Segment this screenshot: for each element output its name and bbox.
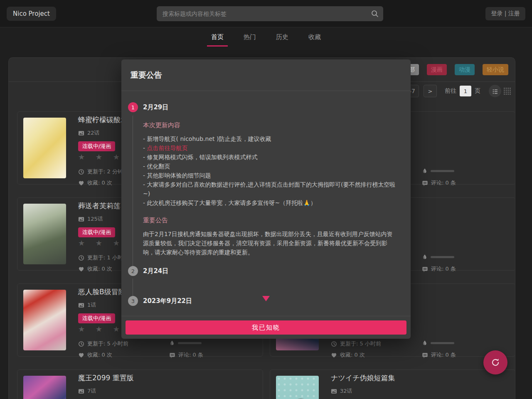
episode-count: 1话 <box>78 301 96 309</box>
popularity-meter <box>422 254 454 260</box>
manga-card[interactable]: ナツイチ伪娘短篇集 32话 <box>270 369 515 399</box>
updated-time: 更新于: 5 小时前 <box>78 340 128 347</box>
filter-manga[interactable]: 漫画 <box>427 64 447 75</box>
popularity-bar <box>431 342 454 344</box>
update-line: - 修复网格模式闪烁，错误加载列表模式样式 <box>143 153 398 162</box>
comments-count: 评论: 0 条 <box>422 265 456 273</box>
updated-time: 更新于: 2 分钟前 <box>78 168 128 175</box>
popularity-meter <box>422 340 454 346</box>
list-icon <box>492 88 498 94</box>
favorites-count: 收藏: 0 次 <box>331 351 365 359</box>
image-icon <box>78 216 84 222</box>
list-view-button[interactable] <box>489 85 501 97</box>
page-number-input[interactable] <box>460 86 471 96</box>
manga-title: ナツイチ伪娘短篇集 <box>331 373 395 383</box>
flame-icon <box>169 340 175 346</box>
episode-count: 32话 <box>331 387 352 395</box>
popularity-bar <box>431 256 454 258</box>
tab-history[interactable]: 历史 <box>272 27 293 47</box>
image-icon <box>78 302 84 308</box>
modal-header: 重要公告 <box>121 59 411 91</box>
manga-card[interactable]: 魔王2099 重置版 7话 <box>17 369 263 399</box>
scroll-down-indicator-icon <box>262 296 270 301</box>
popularity-bar <box>431 170 454 172</box>
favorites-count: 收藏: 0 次 <box>78 265 112 273</box>
next-page-button[interactable]: > <box>424 85 437 97</box>
page-unit-label: 页 <box>475 87 480 95</box>
timeline-number: 3 <box>128 296 138 306</box>
clock-icon <box>331 341 337 347</box>
update-line: - 大家请多多对自己喜欢的数据进行评价,进入详情页点击封面下的大拇指即可(要不然… <box>143 180 398 198</box>
comments-count: 评论: 0 条 <box>169 351 203 359</box>
heart-icon <box>78 352 84 358</box>
manga-cover[interactable] <box>23 376 66 399</box>
refresh-fab[interactable] <box>483 350 507 374</box>
status-badge: 连载中/漫画 <box>78 313 115 323</box>
filter-anime[interactable]: 动漫 <box>455 64 475 75</box>
goto-label: 前往 <box>445 87 456 95</box>
tab-favorites[interactable]: 收藏 <box>304 27 325 47</box>
image-icon <box>331 388 337 394</box>
image-icon <box>78 130 84 136</box>
timeline-date: 2月24日 <box>143 266 401 276</box>
episode-count: 22话 <box>78 129 100 137</box>
updated-time: 更新于: 5 小时前 <box>331 340 381 347</box>
update-line: - 新增导航页( nicohub.net )防止走丢，建议收藏 <box>143 134 398 143</box>
grid-view-button[interactable] <box>504 88 511 95</box>
main-nav-tabs: 首页 热门 历史 收藏 <box>0 27 532 47</box>
manga-cover[interactable] <box>23 290 66 350</box>
clock-icon <box>78 255 84 261</box>
notice-paragraph: 由于2月17日接机房通知服务器硬盘出现损坏，数据出现部分丢失，且最近有收到用户反… <box>143 229 398 257</box>
manga-cover[interactable] <box>23 118 66 178</box>
clock-icon <box>78 169 84 175</box>
modal-footer: 我已知晓 <box>121 316 411 339</box>
brand-logo[interactable]: Nico Project <box>7 7 56 21</box>
updated-time: 更新于: 1 小时前 <box>78 254 128 261</box>
flame-icon <box>422 168 428 174</box>
manga-cover[interactable] <box>276 376 319 399</box>
popularity-meter <box>422 168 454 174</box>
favorites-count: 收藏: 0 次 <box>78 179 112 187</box>
comment-icon <box>422 352 428 358</box>
heart-icon <box>78 266 84 272</box>
refresh-icon <box>490 357 501 368</box>
status-badge: 连载中/漫画 <box>78 141 115 151</box>
search-input[interactable] <box>157 6 383 21</box>
popularity-meter <box>169 340 202 346</box>
login-register-button[interactable]: 登录 | 注册 <box>485 7 525 20</box>
comments-count: 评论: 0 条 <box>422 179 456 187</box>
tab-hot[interactable]: 热门 <box>239 27 260 47</box>
notice-heading: 重要公告 <box>143 217 398 224</box>
update-line: - 此次机房迁移购买了大量带宽，大家请多多宣传呀~（拜托啦🙏） <box>143 198 398 207</box>
comment-icon <box>422 180 428 186</box>
update-heading: 本次更新内容 <box>143 121 398 129</box>
episode-count: 125话 <box>78 215 103 223</box>
acknowledge-button[interactable]: 我已知晓 <box>126 320 406 335</box>
nav-page-link[interactable]: 点击前往导航页 <box>147 145 188 151</box>
filter-novel[interactable]: 轻小说 <box>483 64 508 75</box>
episode-count: 7话 <box>78 387 96 395</box>
timeline-date: 2月29日 <box>143 102 401 112</box>
popularity-bar <box>178 342 202 344</box>
timeline-content: 本次更新内容 - 新增导航页( nicohub.net )防止走丢，建议收藏 -… <box>143 121 401 257</box>
update-line: - 点击前往导航页 <box>143 143 398 153</box>
timeline-number: 1 <box>128 102 138 112</box>
clock-icon <box>78 341 84 347</box>
announcement-modal: 重要公告 1 2月29日 本次更新内容 - 新增导航页( nicohub.net… <box>121 59 411 339</box>
timeline-number: 2 <box>128 266 138 276</box>
update-line: - 其他影响体验的细节问题 <box>143 171 398 180</box>
grid-icon <box>504 88 511 95</box>
search-icon[interactable] <box>371 10 379 18</box>
flame-icon <box>422 340 428 346</box>
heart-icon <box>78 180 84 186</box>
modal-title: 重要公告 <box>131 70 162 81</box>
flame-icon <box>422 254 428 260</box>
manga-title: 魔王2099 重置版 <box>78 373 134 383</box>
modal-body: 1 2月29日 本次更新内容 - 新增导航页( nicohub.net )防止走… <box>121 91 411 316</box>
manga-title: 葬送者芙莉莲 <box>78 201 121 211</box>
favorites-count: 收藏: 0 次 <box>78 351 112 359</box>
timeline-item-1: 1 2月29日 本次更新内容 - 新增导航页( nicohub.net )防止走… <box>128 102 401 257</box>
tab-home[interactable]: 首页 <box>207 27 228 47</box>
manga-cover[interactable] <box>23 204 66 264</box>
search-box <box>157 6 383 21</box>
